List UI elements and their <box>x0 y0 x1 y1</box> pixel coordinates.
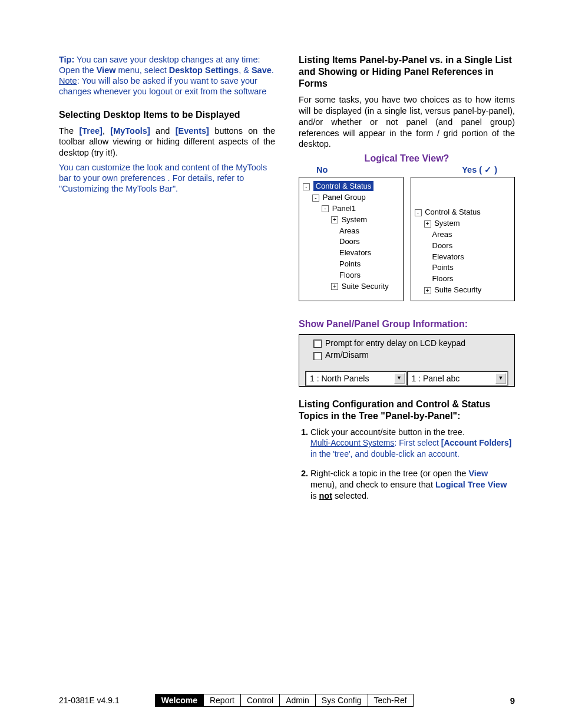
tip-paragraph: Tip: You can save your desktop changes a… <box>59 54 275 97</box>
tab-sys-config[interactable]: Sys Config <box>316 694 368 706</box>
expand-icon[interactable]: + <box>331 216 338 223</box>
expand-icon[interactable]: - <box>303 183 310 190</box>
panel-group-dropdown[interactable]: 1 : North Panels ▼ <box>305 371 407 386</box>
step-1: Click your account/site button in the tr… <box>310 427 515 460</box>
tab-control[interactable]: Control <box>241 694 280 706</box>
checkbox-row[interactable]: Arm/Disarm <box>313 350 508 360</box>
step-2: Right-click a topic in the tree (or open… <box>310 468 515 502</box>
tree-header-no: No <box>316 165 328 174</box>
mytools-button-ref: [MyTools] <box>110 126 150 136</box>
tree-item[interactable]: Areas <box>339 226 359 235</box>
tip-label: Tip: <box>59 55 74 64</box>
tree-comparison: - Control & Status - Panel Group - Panel… <box>299 177 515 301</box>
logical-tree-question: Logical Tree View? <box>299 153 515 164</box>
tree-header-row: No Yes ( ✓ ) <box>299 165 515 174</box>
tab-tech-ref[interactable]: Tech-Ref <box>368 694 413 706</box>
tree-item[interactable]: Panel1 <box>332 204 356 213</box>
tree-item[interactable]: Suite Security <box>434 285 481 294</box>
heading-listing-config: Listing Configuration and Control & Stat… <box>299 398 515 422</box>
tree-yes-logical: - Control & Status + System Areas Doors … <box>411 177 515 301</box>
heading-show-panel-info: Show Panel/Panel Group Information: <box>299 319 515 330</box>
tree-item[interactable]: Doors <box>339 237 360 246</box>
mytools-customize-note: You can customize the look and content o… <box>59 162 275 194</box>
steps-list: Click your account/site button in the tr… <box>299 427 515 502</box>
expand-icon[interactable]: + <box>424 220 431 228</box>
page-footer: 21-0381E v4.9.1 Welcome Report Control A… <box>59 694 515 707</box>
expand-icon[interactable]: - <box>312 195 319 202</box>
heading-listing-items: Listing Items Panel-by-Panel vs. in a Si… <box>299 54 515 90</box>
tree-item[interactable]: Panel Group <box>323 193 366 202</box>
tree-item[interactable]: Points <box>432 263 454 272</box>
tree-item[interactable]: Suite Security <box>342 282 389 291</box>
expand-icon[interactable]: + <box>331 283 338 290</box>
expand-icon[interactable]: + <box>424 287 431 294</box>
paragraph-toolbar-buttons: The [Tree], [MyTools] and [Events] butto… <box>59 126 275 159</box>
expand-icon[interactable]: - <box>322 205 329 212</box>
tree-item[interactable]: Elevators <box>339 248 371 257</box>
page-number: 9 <box>510 696 515 706</box>
checkbox-icon[interactable] <box>313 352 322 360</box>
tab-welcome[interactable]: Welcome <box>156 694 204 706</box>
tree-no-logical: - Control & Status - Panel Group - Panel… <box>299 177 404 301</box>
tree-item[interactable]: Floors <box>339 271 361 279</box>
tree-item[interactable]: Control & Status <box>425 207 481 216</box>
tree-header-yes: Yes ( ✓ ) <box>462 165 497 174</box>
panel-dropdown[interactable]: 1 : Panel abc ▼ <box>407 371 509 386</box>
tree-item[interactable]: Elevators <box>432 252 464 261</box>
events-button-ref: [Events] <box>176 126 209 136</box>
tab-admin[interactable]: Admin <box>280 694 316 706</box>
tree-item[interactable]: Doors <box>432 241 453 250</box>
checkbox-icon[interactable] <box>313 340 322 348</box>
tree-item[interactable]: Areas <box>432 230 452 239</box>
tree-button-ref: [Tree] <box>79 126 103 136</box>
chevron-down-icon[interactable]: ▼ <box>394 373 405 384</box>
expand-icon[interactable]: - <box>415 209 422 216</box>
panel-info-box: Prompt for entry delay on LCD keypad Arm… <box>299 334 515 387</box>
footer-tabs: Welcome Report Control Admin Sys Config … <box>155 694 414 707</box>
tree-item[interactable]: Points <box>339 259 361 268</box>
tree-item[interactable]: System <box>342 215 367 224</box>
paragraph-two-choices: For some tasks, you have two choices as … <box>299 94 515 150</box>
checkbox-row[interactable]: Prompt for entry delay on LCD keypad <box>313 338 508 348</box>
heading-selecting: Selecting Desktop Items to be Displayed <box>59 109 275 121</box>
tree-item[interactable]: Floors <box>432 274 454 283</box>
chevron-down-icon[interactable]: ▼ <box>495 373 506 384</box>
tree-item[interactable]: System <box>434 219 459 228</box>
tab-report[interactable]: Report <box>204 694 241 706</box>
doc-id: 21-0381E v4.9.1 <box>59 696 120 705</box>
tree-item[interactable]: Control & Status <box>313 181 374 191</box>
